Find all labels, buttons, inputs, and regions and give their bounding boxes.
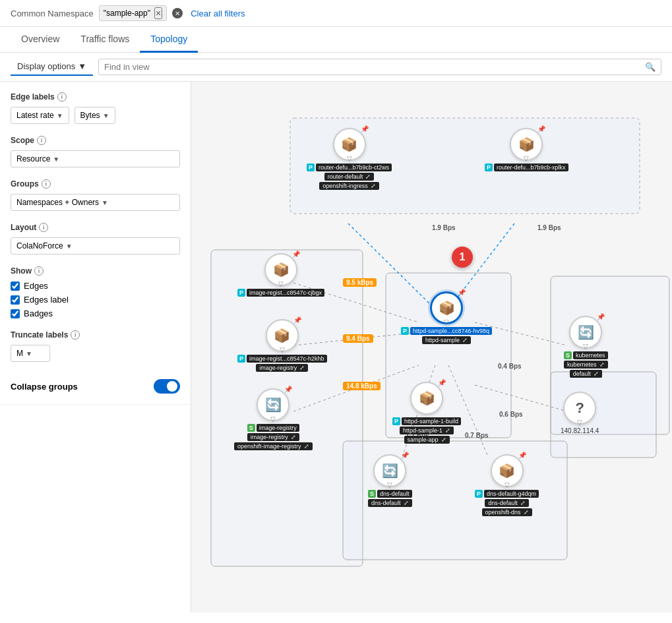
scope-group: Scope i Resource ▼	[11, 136, 180, 167]
filter-value: "sample-app"	[104, 9, 150, 18]
edges-checkbox-row: Edges	[11, 281, 180, 291]
options-panel: Edge labels i Latest rate ▼ Bytes ▼	[0, 82, 191, 405]
node-dns-g4dqm[interactable]: 📦 📌 ▽ P dns-default-g4dqm dns-default⤢ o…	[475, 454, 539, 516]
badges-checkbox[interactable]	[11, 309, 20, 318]
tab-overview[interactable]: Overview	[11, 27, 70, 53]
search-container: 🔍	[98, 59, 661, 75]
chevron-down-icon: ▼	[53, 156, 59, 163]
layout-label: Layout i	[11, 223, 180, 232]
chevron-down-icon: ▼	[102, 199, 108, 206]
edges-label-checkbox[interactable]	[11, 295, 20, 305]
groups-select[interactable]: Namespaces + Owners ▼	[11, 194, 180, 211]
node-dns-default[interactable]: 🔄 📌 ▽ S dns-default dns-default⤢	[368, 454, 412, 507]
truncate-group: Truncate labels i M ▼	[11, 330, 180, 362]
node-router-xplkx[interactable]: 📦 📌 ▽ P router-defu...b7b9cb-xplkx	[485, 128, 568, 171]
edge-labels-label: Edge labels i	[11, 92, 180, 102]
edge-rate-select[interactable]: Latest rate ▼	[11, 107, 69, 124]
node-image-registry-sync[interactable]: 🔄 📌 ▽ S image-registry image-registry⤢ o…	[234, 388, 313, 450]
filter-close-button[interactable]: ×	[154, 7, 162, 19]
edge-label-7: 0.6 Bps	[496, 410, 526, 419]
edge-label-1: 9.5 kBps	[343, 278, 377, 287]
show-group: Show i Edges Edges label Badges	[11, 266, 180, 318]
edge-label-9: 0.7 Bps	[462, 431, 492, 440]
svg-line-12	[475, 385, 567, 411]
nav-tabs: Overview Traffic flows Topology	[0, 27, 672, 53]
edge-label-4: 1.9 Bps	[429, 223, 459, 232]
collapse-groups-row: Collapse groups	[11, 374, 180, 394]
chevron-down-icon: ▼	[103, 112, 109, 119]
edges-checkbox[interactable]	[11, 282, 20, 291]
toolbar: Display options ▼ 🔍	[0, 53, 672, 82]
collapse-groups-toggle[interactable]	[154, 379, 180, 394]
clear-filters-link[interactable]: Clear all filters	[191, 9, 245, 18]
node-router-ct2ws[interactable]: 📦 📌 ▽ P router-defu...b7b9cb-ct2ws route…	[307, 128, 392, 190]
node-image-h2khb[interactable]: 📦 📌 ▽ P image-regist...c8547c-h2khb imag…	[237, 319, 327, 372]
collapse-groups-label: Collapse groups	[11, 382, 78, 392]
top-bar: Common Namespace "sample-app" × ✕ Clear …	[0, 0, 672, 27]
edges-label-checkbox-row: Edges label	[11, 295, 180, 305]
node-external-ip[interactable]: ? ▽ 140.82.114.4	[561, 392, 599, 434]
edge-labels-selects: Latest rate ▼ Bytes ▼	[11, 107, 180, 124]
groups-label: Groups i	[11, 179, 180, 189]
groups-info-icon[interactable]: i	[42, 179, 51, 189]
groups-group: Groups i Namespaces + Owners ▼	[11, 179, 180, 211]
left-panel: Edge labels i Latest rate ▼ Bytes ▼	[0, 82, 191, 612]
node-image-cjbgx[interactable]: 📦 📌 ▽ P image-regist...c8547c-cjbgx	[237, 253, 324, 297]
chevron-down-icon: ▼	[26, 350, 32, 357]
badges-label: Badges	[24, 309, 53, 318]
scope-label: Scope i	[11, 136, 180, 145]
layout-select[interactable]: ColaNoForce ▼	[11, 237, 180, 254]
scope-select[interactable]: Resource ▼	[11, 150, 180, 167]
scope-info-icon[interactable]: i	[37, 136, 46, 145]
show-label: Show i	[11, 266, 180, 276]
badges-checkbox-row: Badges	[11, 309, 180, 318]
layout-group: Layout i ColaNoForce ▼	[11, 223, 180, 254]
display-options-label: Display options	[17, 61, 75, 71]
topology-canvas[interactable]: 1 2 3 4 5 9.5 kBps 9.4 Bps 14.8 kBps 1.9…	[191, 82, 672, 612]
edge-label-2: 9.4 Bps	[343, 334, 373, 343]
tab-traffic-flows[interactable]: Traffic flows	[70, 27, 140, 53]
edge-labels-info-icon[interactable]: i	[57, 92, 67, 102]
edge-label-5: 1.9 Bps	[534, 223, 565, 232]
node-kubernetes[interactable]: 🔄 📌 ▽ S kubernetes kubernetes⤢ default⤢	[564, 316, 608, 378]
display-options-button[interactable]: Display options ▼	[11, 58, 93, 76]
filter-tag: "sample-app" ×	[99, 5, 167, 21]
node-httpd-build[interactable]: 📦 📌 P httpd-sample-1-build httpd-sample-…	[392, 382, 461, 444]
truncate-label: Truncate labels i	[11, 330, 180, 340]
red-badge-1: 1	[452, 247, 473, 268]
namespace-label: Common Namespace	[11, 9, 94, 18]
show-info-icon[interactable]: i	[34, 266, 44, 276]
truncate-info-icon[interactable]: i	[71, 330, 80, 340]
main-layout: Edge labels i Latest rate ▼ Bytes ▼	[0, 82, 672, 612]
edge-unit-select[interactable]: Bytes ▼	[75, 107, 115, 124]
truncate-select[interactable]: M ▼	[11, 345, 50, 362]
filter-remove-button[interactable]: ✕	[172, 8, 183, 18]
search-input[interactable]	[104, 62, 641, 72]
edges-label-text: Edges label	[24, 295, 69, 305]
edges-label: Edges	[24, 281, 48, 291]
edge-label-6: 0.4 Bps	[495, 362, 525, 371]
tab-topology[interactable]: Topology	[140, 27, 198, 53]
chevron-down-icon: ▼	[57, 112, 63, 119]
node-httpd-hv98q[interactable]: 📦 📌 ▽ P httpd-sample...cc8746-hv98q http…	[401, 291, 492, 344]
search-icon[interactable]: 🔍	[645, 62, 656, 72]
edge-labels-group: Edge labels i Latest rate ▼ Bytes ▼	[11, 92, 180, 124]
layout-info-icon[interactable]: i	[39, 223, 48, 232]
chevron-down-icon: ▼	[78, 61, 86, 71]
chevron-down-icon: ▼	[66, 243, 73, 250]
edge-label-3: 14.8 kBps	[343, 382, 381, 390]
